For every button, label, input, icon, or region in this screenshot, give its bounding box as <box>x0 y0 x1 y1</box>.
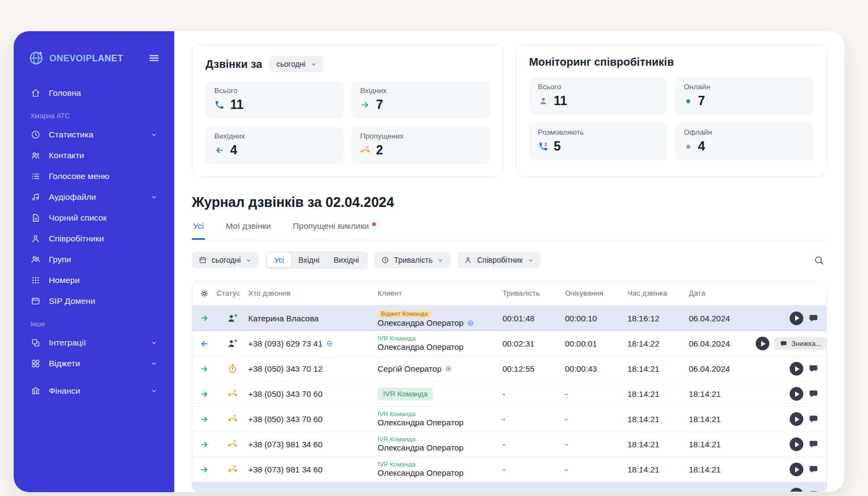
table-row[interactable]: +38 (093) 629 73 41 IVR Команда Олександ… <box>192 331 826 356</box>
play-icon <box>795 442 800 447</box>
missed-call-icon <box>360 145 370 155</box>
comment-button[interactable] <box>808 439 819 449</box>
sidebar-item-voice-menu[interactable]: Голосове меню <box>26 166 162 187</box>
comment-button[interactable] <box>808 489 819 493</box>
stat-label: Всього <box>538 83 659 91</box>
chat-icon <box>780 340 787 348</box>
client-name: Олександра Оператор <box>378 443 464 452</box>
sidebar-item-widgets[interactable]: Віджети <box>26 353 162 374</box>
client-name: Олександра Оператор <box>378 342 464 351</box>
employee-filter-dropdown[interactable]: Співробітник <box>457 252 540 268</box>
comment-button[interactable] <box>808 389 819 399</box>
sidebar-nav: Головна Хмарна АТС Статистика Контакти Г… <box>26 83 162 401</box>
sidebar-item-groups[interactable]: Групи <box>26 249 162 270</box>
sidebar-item-sip-domains[interactable]: SIP Домени <box>26 291 162 312</box>
call-duration: 00:01:48 <box>502 314 565 323</box>
table-row[interactable]: +38 (050) 343 70 60 IVR Команда Олександ… <box>192 406 826 431</box>
call-waiting: 00:00:43 <box>565 364 627 373</box>
date-filter-dropdown[interactable]: сьогодні <box>192 252 259 268</box>
info-icon[interactable] <box>326 340 333 347</box>
tab-my-calls[interactable]: Мої дзвінки <box>225 221 272 240</box>
groups-icon <box>30 254 41 265</box>
stat-value: 7 <box>376 97 383 112</box>
table-row[interactable]: +38 (073) 981 34 60 IVR Команда Олександ… <box>192 457 826 482</box>
finance-icon <box>30 385 41 396</box>
client-name: Олександра Оператор <box>378 418 464 427</box>
direction-filter: Усі Вхідні Вихідні <box>265 251 368 269</box>
play-recording-button[interactable] <box>790 488 803 493</box>
play-recording-button[interactable] <box>756 337 769 350</box>
chevron-down-icon <box>150 387 158 395</box>
comment-button[interactable] <box>808 464 819 475</box>
direction-filter-all[interactable]: Усі <box>267 253 291 267</box>
sidebar-item-employees[interactable]: Співробітники <box>26 228 162 249</box>
sidebar-item-label: Аудіофайли <box>49 192 96 202</box>
play-recording-button[interactable] <box>790 412 803 426</box>
chat-icon <box>808 464 819 475</box>
call-duration: - <box>502 465 565 474</box>
online-dot-icon <box>684 97 693 106</box>
duration-filter-dropdown[interactable]: Тривалість <box>374 252 450 268</box>
chat-icon <box>808 439 819 449</box>
table-row[interactable]: +38 (050) 343 70 12 Сергій Оператор 00:1… <box>192 356 826 381</box>
chat-icon <box>808 313 819 324</box>
play-recording-button[interactable] <box>790 312 803 325</box>
journal-title: Журнал дзвінків за 02.04.2024 <box>192 194 827 210</box>
table-row[interactable]: Катерина Власова Віджет Команда Олександ… <box>192 305 826 331</box>
comment-chip[interactable]: Знижка... <box>774 337 827 350</box>
client-tag: IVR Команда <box>378 335 502 342</box>
info-icon[interactable] <box>445 365 452 372</box>
calls-period-dropdown[interactable]: сьогодні <box>270 56 323 72</box>
logo-text-part1: ONEVOIP <box>49 53 92 63</box>
table-row[interactable]: +38 (073) 981 34 60 IVR Команда Олександ… <box>192 431 826 457</box>
table-row[interactable]: IVR Команда <box>192 482 826 492</box>
column-header-time: Час дзвінка <box>627 289 689 297</box>
tab-missed-calls[interactable]: Пропущені виклики <box>292 221 377 240</box>
comment-button[interactable] <box>808 364 819 374</box>
play-recording-button[interactable] <box>790 463 803 476</box>
contacts-icon <box>30 150 41 161</box>
outgoing-arrow-icon <box>199 339 209 349</box>
phone-user-icon <box>538 141 549 152</box>
call-date: 06.04.2024 <box>689 339 756 348</box>
play-recording-button[interactable] <box>790 387 803 401</box>
direction-filter-incoming[interactable]: Вхідні <box>291 253 326 267</box>
client-tag: IVR Команда <box>378 436 502 443</box>
play-icon <box>795 391 800 397</box>
sidebar-item-numbers[interactable]: Номери <box>26 270 162 291</box>
menu-toggle-button[interactable] <box>148 52 160 64</box>
sidebar-item-statistics[interactable]: Статистика <box>26 124 162 145</box>
search-button[interactable] <box>811 252 827 268</box>
play-recording-button[interactable] <box>790 437 803 451</box>
stat-label: Розмовляють <box>538 128 659 136</box>
client-badge: Віджет Команда <box>378 310 431 318</box>
play-icon <box>795 492 800 492</box>
info-icon[interactable] <box>467 320 474 327</box>
missed-call-icon <box>227 439 238 449</box>
sidebar-item-home[interactable]: Головна <box>26 83 162 103</box>
sidebar-item-contacts[interactable]: Контакти <box>26 145 162 166</box>
play-recording-button[interactable] <box>790 362 803 376</box>
main-content: Дзвінки за сьогодні Всього 11 <box>174 31 844 492</box>
direction-filter-outgoing[interactable]: Вихідні <box>327 253 366 267</box>
call-time: 18:14:21 <box>627 465 689 474</box>
tab-all[interactable]: Усі <box>192 221 205 240</box>
comment-button[interactable] <box>808 313 819 324</box>
caller-number: +38 (073) 981 34 60 <box>248 465 323 474</box>
filter-bar: сьогодні Усі Вхідні Вихідні Тривалість С… <box>192 251 827 269</box>
missed-call-icon <box>227 414 238 424</box>
stat-label: Пропущених <box>360 132 481 140</box>
missed-call-icon <box>227 464 238 475</box>
calls-card: Дзвінки за сьогодні Всього 11 <box>192 44 504 177</box>
chevron-down-icon <box>150 193 158 201</box>
sidebar-item-label: Номери <box>49 275 79 285</box>
table-row[interactable]: +38 (050) 343 70 60 IVR Команда - - 18:1… <box>192 381 826 406</box>
sidebar-item-audio-files[interactable]: Аудіофайли <box>26 187 162 207</box>
agent-transfer-status-icon <box>227 313 238 324</box>
comment-button[interactable] <box>808 414 819 424</box>
sidebar-item-finance[interactable]: Фінанси <box>26 380 162 401</box>
sidebar-item-blacklist[interactable]: Чорний список <box>26 207 162 228</box>
sidebar-item-integrations[interactable]: Інтеграції <box>26 332 162 353</box>
call-date: 18:14:21 <box>689 440 756 449</box>
table-settings-button[interactable] <box>199 289 209 298</box>
